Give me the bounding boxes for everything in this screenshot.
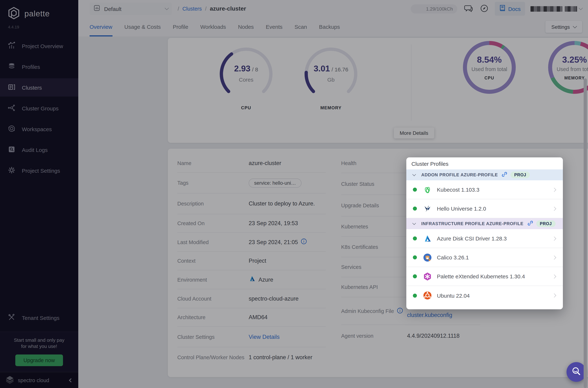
kubecost-icon	[423, 185, 432, 194]
hello-universe-icon	[423, 204, 432, 213]
app-viewport: palette 4.4.19 Project Overview Profiles…	[0, 0, 588, 388]
chevron-right-icon	[552, 207, 556, 211]
chevron-right-icon	[552, 293, 556, 298]
chevron-right-icon	[552, 274, 556, 279]
status-dot	[413, 237, 417, 241]
palette-kubernetes-icon	[423, 272, 432, 281]
status-dot	[413, 188, 417, 192]
magnifier-smile-icon	[571, 366, 582, 378]
chevron-right-icon	[552, 237, 556, 241]
addon-profile-header[interactable]: ADDON PROFILE AZURE-PROFILE PROJ	[406, 170, 563, 180]
scope-badge: PROJ	[511, 171, 530, 178]
status-dot	[413, 255, 417, 259]
link-icon[interactable]	[501, 171, 508, 179]
infrastructure-profile-header[interactable]: INFRASTRUCTURE PROFILE AZURE-PROFILE PRO…	[406, 218, 563, 229]
chevron-right-icon	[552, 188, 556, 192]
azure-icon	[423, 234, 432, 243]
chevron-down-icon	[412, 221, 416, 225]
status-dot	[413, 293, 417, 297]
status-dot	[413, 274, 417, 278]
scope-badge: PROJ	[536, 220, 555, 227]
ubuntu-icon	[423, 291, 432, 300]
profile-layer-kubecost[interactable]: Kubecost 1.103.3	[406, 180, 563, 199]
link-icon[interactable]	[527, 220, 533, 227]
calico-icon	[423, 253, 432, 262]
chevron-down-icon	[412, 172, 416, 176]
profile-layer-hello-universe[interactable]: Hello Universe 1.2.0	[406, 199, 563, 218]
vertical-scrollbar[interactable]	[584, 78, 587, 388]
profile-layer-calico[interactable]: Calico 3.26.1	[406, 248, 563, 267]
chevron-right-icon	[552, 255, 556, 260]
profile-layer-ubuntu[interactable]: Ubuntu 22.04	[406, 286, 563, 305]
popup-title: Cluster Profiles	[406, 157, 563, 170]
profile-layer-azure-disk[interactable]: Azure Disk CSI Driver 1.28.3	[406, 229, 563, 248]
help-search-fab[interactable]	[566, 362, 586, 382]
cluster-profiles-popup: Cluster Profiles ADDON PROFILE AZURE-PRO…	[406, 157, 563, 309]
status-dot	[413, 207, 417, 211]
profile-layer-pxk[interactable]: Palette eXtended Kubernetes 1.30.4	[406, 267, 563, 286]
